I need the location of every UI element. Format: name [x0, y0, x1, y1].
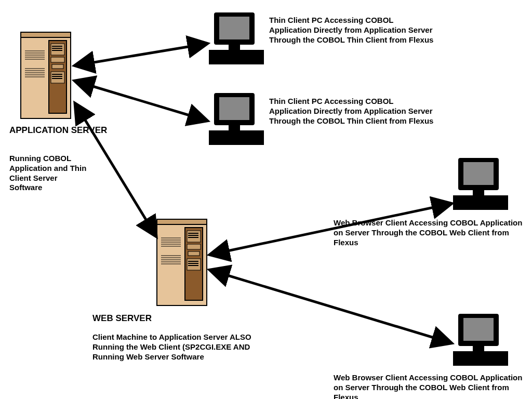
- svg-rect-26: [187, 231, 201, 242]
- web-client-1-desc: Web Browser Client Accessing COBOL Appli…: [334, 218, 526, 247]
- svg-rect-10: [52, 74, 62, 75]
- svg-rect-28: [188, 251, 200, 256]
- svg-rect-33: [188, 261, 198, 262]
- web-client-2-desc: Web Browser Client Accessing COBOL Appli…: [334, 373, 526, 399]
- thin-client-1-desc: Thin Client PC Accessing COBOL Applicati…: [269, 16, 435, 45]
- svg-rect-5: [52, 64, 63, 69]
- svg-rect-57: [463, 162, 494, 185]
- svg-rect-34: [188, 263, 198, 264]
- svg-rect-7: [52, 46, 62, 47]
- web-server-title: WEB SERVER: [92, 313, 152, 324]
- svg-rect-9: [52, 50, 62, 51]
- computer-icon: [452, 156, 509, 213]
- svg-rect-58: [473, 190, 484, 195]
- svg-line-70: [210, 270, 451, 343]
- svg-rect-12: [52, 78, 62, 79]
- svg-rect-52: [219, 97, 249, 120]
- computer-icon: [452, 312, 509, 369]
- svg-rect-55: [244, 134, 260, 138]
- svg-rect-53: [229, 125, 240, 130]
- server-icon: [156, 218, 208, 307]
- svg-rect-65: [488, 354, 504, 358]
- svg-line-66: [75, 44, 207, 65]
- svg-rect-3: [51, 44, 64, 55]
- svg-rect-4: [51, 57, 64, 62]
- computer-icon: [208, 10, 265, 68]
- thin-client-2-desc: Thin Client PC Accessing COBOL Applicati…: [269, 97, 435, 126]
- svg-rect-30: [188, 233, 198, 234]
- svg-rect-27: [187, 244, 201, 249]
- computer-icon: [208, 91, 265, 148]
- svg-rect-63: [473, 346, 484, 351]
- app-server-desc: Running COBOL Application and Thin Clien…: [9, 154, 87, 193]
- svg-rect-29: [187, 259, 201, 270]
- svg-rect-24: [157, 219, 207, 224]
- svg-rect-48: [229, 45, 240, 50]
- web-server-desc: Client Machine to Application Server ALS…: [92, 332, 280, 362]
- svg-rect-32: [188, 237, 198, 238]
- svg-rect-8: [52, 48, 62, 49]
- svg-rect-31: [188, 235, 198, 236]
- svg-rect-62: [463, 318, 494, 341]
- svg-rect-6: [51, 72, 64, 83]
- svg-rect-11: [52, 76, 62, 77]
- svg-line-68: [75, 104, 156, 236]
- svg-rect-35: [188, 265, 198, 266]
- svg-rect-50: [244, 53, 260, 57]
- svg-rect-47: [219, 17, 249, 39]
- server-icon: [20, 31, 72, 119]
- app-server-title: APPLICATION SERVER: [9, 125, 107, 136]
- svg-rect-1: [21, 32, 71, 37]
- svg-rect-60: [488, 198, 504, 203]
- svg-line-67: [75, 81, 207, 121]
